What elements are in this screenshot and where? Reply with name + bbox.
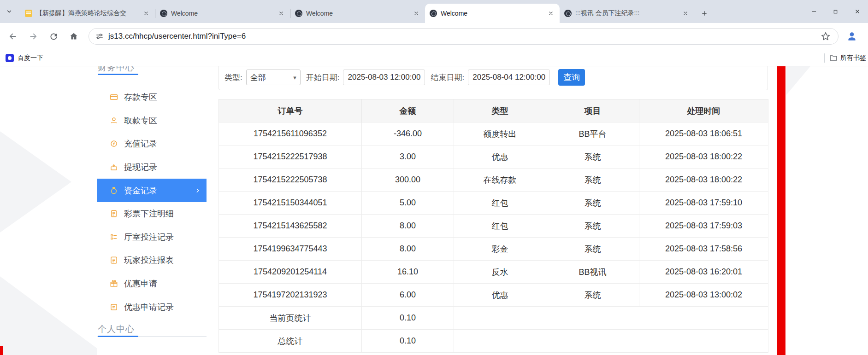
caret-down-icon: ▾ [293, 74, 296, 81]
page-red-stripe [777, 66, 785, 355]
forward-button[interactable] [25, 28, 41, 45]
cell-amount: 300.00 [362, 169, 454, 192]
cell-time: 2025-08-03 17:58:56 [639, 238, 768, 261]
section-underline [98, 336, 138, 337]
sidebar-item-withdraw[interactable]: 取款专区 [97, 109, 207, 133]
cell-total-label: 总统计 [219, 330, 362, 353]
decorative-triangle [0, 276, 106, 355]
close-icon[interactable] [142, 9, 150, 17]
column-header-amount: 金额 [362, 99, 454, 122]
chevron-down-icon [6, 8, 12, 15]
new-tab-button[interactable] [698, 7, 711, 20]
url-text[interactable]: js13.cc/hhcp/usercenter.html?iniType=6 [108, 32, 820, 41]
profile-avatar[interactable] [844, 29, 860, 44]
cell-type: 在线存款 [454, 169, 546, 192]
back-icon [8, 31, 18, 41]
sidebar-item-lottery-details[interactable]: 彩票下注明细 [97, 202, 207, 226]
bookmark-label: 百度一下 [18, 54, 43, 62]
document-icon [110, 210, 118, 218]
cell-total-label: 当前页统计 [219, 307, 362, 330]
start-date-label: 开始日期: [306, 72, 340, 83]
all-bookmarks-button[interactable]: 所有书签 [824, 50, 868, 66]
webpage-content: 财务中心 存款专区 取款专区 充值记录 提现记录 资金记录 [0, 66, 868, 355]
sidebar-item-hall-bet-records[interactable]: 厅室投注记录 [97, 226, 207, 249]
sidebar-item-label: 提现记录 [124, 162, 157, 173]
sidebar-item-promo-apply[interactable]: 优惠申请 [97, 272, 207, 296]
site-settings-icon[interactable] [95, 32, 104, 41]
tab-video-records[interactable]: :::视讯 会员下注纪录::: [560, 4, 694, 23]
cell-time: 2025-08-03 17:59:03 [639, 215, 768, 238]
bookmarks-bar: 百度一下 所有书签 [0, 50, 868, 66]
sidebar-item-deposit[interactable]: 存款专区 [97, 86, 207, 109]
sidebar-item-label: 存款专区 [124, 92, 157, 103]
cell-amount: 5.00 [362, 192, 454, 215]
type-select[interactable]: 全部 ▾ [246, 70, 301, 85]
sidebar-item-withdrawal-records[interactable]: 提现记录 [97, 156, 207, 179]
query-button[interactable]: 查询 [558, 69, 585, 86]
table-row: 1754199634775443 8.00 彩金 系统 2025-08-03 1… [219, 238, 768, 261]
page-icon [25, 10, 32, 17]
cell-project: BB视讯 [546, 261, 639, 284]
filter-row: 类型: 全部 ▾ 开始日期: 2025-08-03 12:00:00 结束日期:… [218, 69, 768, 86]
cell-time: 2025-08-03 13:00:02 [639, 284, 768, 307]
address-bar[interactable]: js13.cc/hhcp/usercenter.html?iniType=6 [89, 28, 838, 45]
tab-forum[interactable]: 【新提醒】海燕策略论坛综合交 [20, 4, 155, 23]
cell-project: 系统 [546, 145, 639, 169]
close-icon [854, 8, 861, 15]
tab-welcome-2[interactable]: Welcome [290, 4, 425, 23]
sidebar-item-label: 玩家投注报表 [124, 255, 174, 266]
maximize-icon [833, 9, 838, 15]
cell-project: 系统 [546, 192, 639, 215]
tab-title: Welcome [441, 10, 544, 17]
tab-search-button[interactable] [4, 6, 15, 17]
cell-project: 系统 [546, 238, 639, 261]
tab-welcome-1[interactable]: Welcome [155, 4, 290, 23]
tab-title: :::视讯 会员下注纪录::: [575, 9, 679, 17]
cell-time: 2025-08-03 18:00:22 [639, 145, 768, 169]
table-row: 1754215143625582 8.00 红包 系统 2025-08-03 1… [219, 215, 768, 238]
close-icon[interactable] [547, 9, 555, 17]
tab-welcome-active[interactable]: Welcome [425, 4, 560, 23]
sidebar-item-recharge-records[interactable]: 充值记录 [97, 132, 207, 156]
sidebar-item-label: 取款专区 [124, 115, 157, 126]
reload-button[interactable] [45, 28, 62, 45]
bookmark-baidu[interactable]: 百度一下 [6, 54, 43, 62]
start-date-input[interactable]: 2025-08-03 12:00:00 [343, 70, 425, 85]
cell-order-id: 1754215222517938 [219, 145, 362, 169]
cell-type: 额度转出 [454, 122, 546, 145]
back-button[interactable] [5, 28, 21, 45]
maximize-button[interactable] [825, 0, 846, 23]
cell-amount: 8.00 [362, 238, 454, 261]
list-grid-icon [110, 233, 118, 241]
close-window-button[interactable] [846, 0, 868, 23]
cell-order-id: 1754215611096352 [219, 122, 362, 145]
home-button[interactable] [65, 28, 82, 45]
sidebar-item-player-report[interactable]: 玩家投注报表 [97, 249, 207, 272]
chevron-right-icon [195, 187, 201, 194]
sidebar-item-label: 优惠申请 [124, 278, 157, 289]
cell-order-id: 1754215143625582 [219, 215, 362, 238]
bookmark-star-button[interactable] [820, 30, 832, 42]
cell-amount: 8.00 [362, 215, 454, 238]
cell-type: 反水 [454, 261, 546, 284]
avatar-person-icon [846, 30, 858, 42]
home-icon [69, 31, 79, 41]
close-icon[interactable] [412, 9, 420, 17]
cell-time: 2025-08-03 18:00:22 [639, 169, 768, 192]
cell-project: 系统 [546, 284, 639, 307]
table-row: 1754215222505738 300.00 在线存款 系统 2025-08-… [219, 169, 768, 192]
minimize-button[interactable] [803, 0, 825, 23]
close-icon[interactable] [681, 9, 690, 17]
end-date-input[interactable]: 2025-08-04 12:00:00 [468, 70, 550, 85]
sidebar-item-label: 充值记录 [124, 138, 157, 149]
cell-order-id: 1754215222505738 [219, 169, 362, 192]
globe-icon [160, 10, 167, 17]
table-row-page-total: 当前页统计 0.10 [219, 307, 768, 330]
sidebar-item-promo-records[interactable]: 优惠申请记录 [97, 295, 207, 319]
page-red-notch [0, 346, 3, 355]
table-row: 1754215150344051 5.00 红包 系统 2025-08-03 1… [219, 192, 768, 215]
cell-total-amount: 0.10 [362, 330, 454, 353]
sidebar-item-funds-records[interactable]: 资金记录 [97, 179, 207, 202]
cell-type: 红包 [454, 215, 546, 238]
close-icon[interactable] [277, 9, 285, 17]
